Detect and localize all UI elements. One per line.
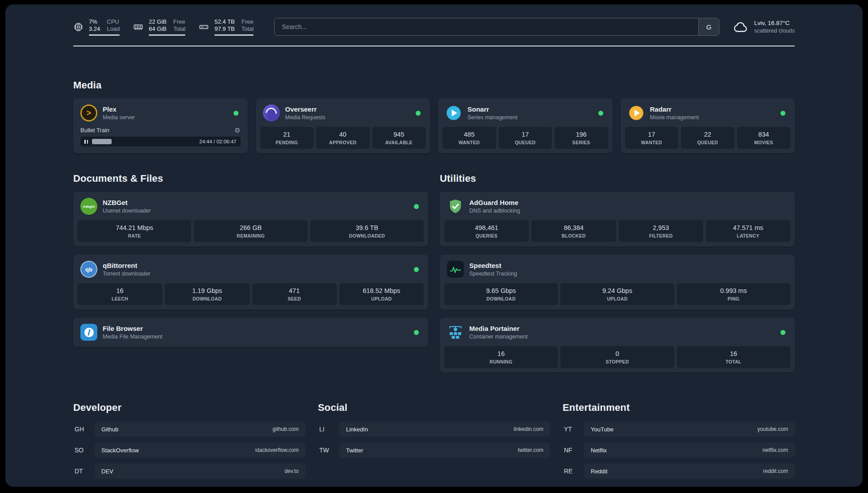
stat-value: 485 [444, 131, 494, 138]
weather-condition: scattered clouds [754, 28, 795, 34]
memory-total-value: 64 GiB [149, 25, 167, 32]
bookmark-abbr: DT [73, 468, 95, 475]
progress-track[interactable] [92, 139, 195, 144]
stat-tile: 47.571 ms LATENCY [706, 220, 790, 242]
service-link-qbittorrent[interactable]: qb qBittorrent Torrent downloader [78, 259, 424, 283]
service-link-sonarr[interactable]: Sonarr Series management [442, 103, 608, 127]
bookmark-abbr: NF [563, 447, 584, 454]
stat-label: LEECH [79, 296, 160, 301]
resource-widget-cpu: 7% 3.24 CPU Load [73, 18, 120, 36]
stat-tile: 9.65 Gbps DOWNLOAD [444, 283, 558, 305]
service-link-nzbget[interactable]: nzbget NZBGet Usenet downloader [78, 196, 424, 220]
stat-value: 17 [627, 131, 677, 138]
bookmark-name: Twitter [346, 447, 363, 454]
stat-label: WANTED [627, 140, 677, 145]
bookmark-linkedin[interactable]: LI LinkedIn linkedin.com [318, 422, 550, 437]
now-playing-title: Bullet Train [80, 127, 109, 134]
service-subtitle: Usenet downloader [103, 207, 409, 214]
bookmark-abbr: RE [563, 468, 584, 475]
service-card-portainer: Media Portainer Container management 16 … [440, 318, 795, 372]
service-card-filebrowser: File Browser Media File Management [73, 318, 428, 347]
stat-value: 9.24 Gbps [562, 287, 672, 294]
stat-tile: 40 APPROVED [316, 127, 370, 149]
search-provider-button[interactable]: G [698, 18, 719, 35]
stat-tile: 618.52 Mbps UPLOAD [339, 283, 424, 305]
service-card-qbittorrent: qb qBittorrent Torrent downloader 16 LEE… [73, 255, 428, 309]
bookmark-github[interactable]: GH Github github.com [73, 422, 305, 437]
service-card-adguard: AdGuard Home DNS and adblocking 498,461 … [440, 192, 795, 246]
service-title: Overseerr [285, 105, 411, 113]
bookmark-twitter[interactable]: TW Twitter twitter.com [318, 443, 550, 458]
stat-label: UPLOAD [341, 296, 422, 301]
service-link-speedtest[interactable]: Speedtest Speedtest Tracking [444, 259, 790, 283]
stat-tile: 9.24 Gbps UPLOAD [560, 283, 674, 305]
section-title-developer: Developer [73, 402, 305, 414]
pause-icon[interactable] [84, 140, 88, 144]
stat-value: 22 [683, 131, 733, 138]
bookmark-stackoverflow[interactable]: SO StackOverflow stackoverflow.com [73, 443, 305, 458]
bookmark-abbr: TW [318, 447, 339, 454]
sonarr-icon [445, 104, 462, 121]
status-dot [780, 111, 785, 116]
stat-label: FILTERED [621, 233, 701, 238]
bookmark-dev[interactable]: DT DEV dev.to [73, 464, 305, 479]
disk-stats: 52.4 TB 97.9 TB Free Total [214, 18, 254, 36]
bookmark-youtube[interactable]: YT YouTube youtube.com [563, 422, 795, 437]
service-subtitle: Movie management [650, 114, 776, 121]
bookmark-name: Github [101, 426, 118, 433]
cpu-icon [73, 21, 84, 32]
bookmark-abbr: YT [563, 426, 584, 433]
stat-value: 0.993 ms [679, 287, 789, 294]
stat-value: 47.571 ms [708, 224, 789, 231]
stat-value: 945 [374, 131, 424, 138]
qbittorrent-icon: qb [80, 261, 97, 278]
stat-label: RUNNING [446, 359, 556, 364]
service-title: Media Portainer [469, 324, 775, 333]
bookmark-url: youtube.com [757, 426, 788, 432]
stat-tile: 16 LEECH [78, 283, 162, 305]
service-link-radarr[interactable]: Radarr Movie management [625, 103, 791, 127]
stat-tile: 471 SEED [252, 283, 337, 305]
gear-icon[interactable] [234, 127, 240, 134]
service-title: Radarr [650, 105, 776, 113]
memory-total-label: Total [173, 25, 185, 32]
service-card-sonarr: Sonarr Series management 485 WANTED 17 Q… [438, 98, 613, 153]
bookmark-url: reddit.com [763, 468, 788, 474]
status-dot [414, 267, 419, 272]
stat-label: QUERIES [446, 233, 527, 238]
stat-label: PENDING [262, 140, 312, 145]
overseerr-icon [263, 104, 280, 121]
bookmark-group-developer: Developer GH Github github.com SO StackO… [73, 402, 305, 485]
bookmark-name: DEV [101, 468, 113, 475]
bookmark-name: Reddit [591, 468, 608, 475]
bookmark-name: StackOverflow [101, 447, 139, 454]
service-title: File Browser [103, 324, 409, 333]
service-link-filebrowser[interactable]: File Browser Media File Management [78, 322, 424, 343]
stat-label: STOPPED [562, 359, 672, 364]
service-link-overseerr[interactable]: Overseerr Media Requests [260, 103, 426, 127]
topbar-divider [73, 46, 795, 46]
service-link-adguard[interactable]: AdGuard Home DNS and adblocking [444, 196, 790, 220]
nzbget-icon: nzbget [80, 198, 97, 215]
stat-value: 618.52 Mbps [341, 287, 422, 294]
service-subtitle: Media server [103, 114, 228, 121]
stat-tile: 485 WANTED [442, 127, 496, 149]
resource-widget-disk: 52.4 TB 97.9 TB Free Total [199, 18, 254, 36]
dashboard: 7% 3.24 CPU Load [5, 4, 863, 487]
stat-label: BLOCKED [533, 233, 614, 238]
filebrowser-icon-core [84, 328, 94, 337]
stat-value: 40 [318, 131, 368, 138]
service-link-portainer[interactable]: Media Portainer Container management [444, 322, 790, 346]
service-link-plex[interactable]: Plex Media server [78, 103, 243, 127]
bookmark-netflix[interactable]: NF Netflix netflix.com [563, 443, 795, 458]
bookmark-abbr: LI [318, 426, 339, 433]
stat-tile: 86,384 BLOCKED [531, 220, 616, 242]
plex-icon [80, 104, 97, 121]
stat-tile: 16 RUNNING [444, 346, 558, 368]
bookmark-group-social: Social LI LinkedIn linkedin.com TW Twitt… [318, 402, 550, 485]
service-card-nzbget: nzbget NZBGet Usenet downloader 744.21 M… [73, 192, 428, 246]
bookmark-reddit[interactable]: RE Reddit reddit.com [563, 464, 795, 479]
stat-label: DOWNLOAD [167, 296, 247, 301]
stat-tile: 744.21 Mbps RATE [78, 220, 191, 242]
search-input[interactable] [275, 18, 698, 35]
